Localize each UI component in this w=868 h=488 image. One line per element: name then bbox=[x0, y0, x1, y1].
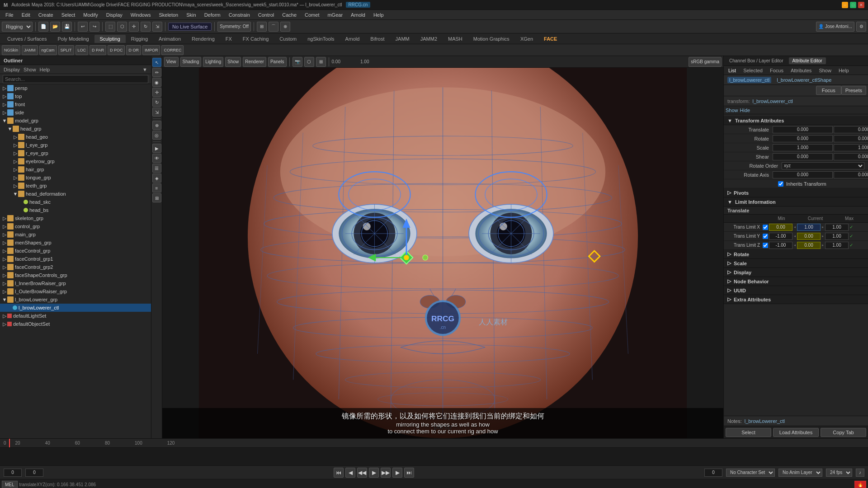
rp-subtab-selected[interactable]: Selected bbox=[741, 67, 765, 74]
no-character-set-select[interactable]: No Character Set bbox=[726, 469, 775, 477]
tab-mash[interactable]: MASH bbox=[443, 35, 468, 43]
tree-item-main-grp[interactable]: ▷ main_grp bbox=[0, 230, 151, 239]
correc-btn[interactable]: CORREC bbox=[161, 45, 184, 55]
mel-btn[interactable]: MEL bbox=[2, 481, 18, 488]
shear-y-input[interactable]: 0.000 bbox=[834, 153, 868, 160]
menu-help[interactable]: Help bbox=[370, 11, 387, 19]
vp-cameras[interactable]: View bbox=[164, 57, 179, 67]
copy-tab-button[interactable]: Copy Tab bbox=[821, 428, 866, 437]
show-tool-btn[interactable]: 👁 bbox=[152, 154, 161, 163]
settings-btn[interactable]: ⚙ bbox=[856, 22, 866, 32]
rotate-order-select[interactable]: xyz yzx zxy xzy yxz zyx bbox=[782, 162, 864, 169]
rotate-axis-x-input[interactable]: 0.000 bbox=[773, 171, 833, 178]
tree-item-leye-grp[interactable]: ▷ l_eye_grp bbox=[0, 141, 151, 149]
node-behavior-header[interactable]: ▷ Node Behavior bbox=[724, 277, 868, 286]
shear-x-input[interactable]: 0.000 bbox=[773, 153, 833, 160]
presets-button[interactable]: Presets bbox=[841, 86, 866, 95]
menu-file[interactable]: File bbox=[2, 11, 17, 19]
scale-tool-btn[interactable]: ⇲ bbox=[152, 108, 161, 117]
tree-item-head-skc[interactable]: head_skc bbox=[0, 198, 151, 206]
display-sec-header[interactable]: ▷ Display bbox=[724, 268, 868, 277]
trans-limit-z-current[interactable]: 0.00 bbox=[797, 242, 821, 249]
tab-face[interactable]: FACE bbox=[538, 35, 562, 43]
tree-item-louterbrowraiser-grp[interactable]: ▷ l_OuterBrowRaiser_grp bbox=[0, 287, 151, 296]
tab-rigging[interactable]: Rigging bbox=[126, 35, 153, 43]
attr-node-btn-1[interactable]: l_browLowerer_ctl bbox=[727, 77, 771, 83]
close-button[interactable]: ✕ bbox=[858, 2, 864, 8]
user-btn[interactable]: 👤 Jose Antoni... bbox=[816, 22, 854, 32]
select-tool-btn[interactable]: ↖ bbox=[152, 58, 161, 67]
rotate-axis-y-input[interactable]: 0.000 bbox=[834, 171, 868, 178]
tree-item-eyebrow-grp[interactable]: ▷ eyebrow_grp bbox=[0, 157, 151, 165]
tab-curves[interactable]: Curves / Surfaces bbox=[2, 35, 52, 43]
tab-sculpting[interactable]: Sculpting bbox=[94, 35, 126, 43]
menu-skin[interactable]: Skin bbox=[183, 11, 199, 19]
tree-item-hair-grp[interactable]: ▷ hair_grp bbox=[0, 165, 151, 174]
lasso-tool[interactable]: ⬡ bbox=[117, 22, 127, 32]
menu-modify[interactable]: Modify bbox=[80, 11, 101, 19]
vp-wire-icon[interactable]: ⊞ bbox=[316, 57, 326, 67]
tab-custom[interactable]: Custom bbox=[274, 35, 302, 43]
rotate-x-input[interactable]: 0.000 bbox=[773, 135, 833, 142]
rp-tab-channelbox[interactable]: Channel Box / Layer Editor bbox=[726, 57, 787, 64]
play-forward-btn[interactable]: ▶▶ bbox=[381, 468, 391, 478]
trans-limit-x-current[interactable]: 1.00 bbox=[797, 224, 821, 231]
pivots-header[interactable]: ▷ Pivots bbox=[724, 188, 868, 197]
tree-item-teeth-grp[interactable]: ▷ teeth_grp bbox=[0, 182, 151, 190]
translate-y-input[interactable]: 0.000 bbox=[834, 126, 868, 133]
tree-item-facecontrol-grp2[interactable]: ▷ faceControl_grp2 bbox=[0, 263, 151, 271]
trans-limit-y-min[interactable]: -1.00 bbox=[769, 233, 793, 240]
tab-motiongraphics[interactable]: Motion Graphics bbox=[468, 35, 515, 43]
move-tool[interactable]: ✛ bbox=[129, 22, 139, 32]
menu-skeleton[interactable]: Skeleton bbox=[155, 11, 182, 19]
inherits-transform-checkbox[interactable] bbox=[778, 181, 783, 187]
outliner-filter-icon[interactable]: ▼ bbox=[142, 67, 147, 72]
show-link[interactable]: Show bbox=[726, 108, 738, 113]
dpoc-btn[interactable]: D POC bbox=[108, 45, 125, 55]
rotate-y-input[interactable]: 0.000 bbox=[834, 135, 868, 142]
rotate-sec-header[interactable]: ▷ Rotate bbox=[724, 250, 868, 259]
new-btn[interactable]: 📄 bbox=[38, 22, 48, 32]
layer-tool-btn[interactable]: ⊞ bbox=[152, 193, 161, 202]
jamm-btn[interactable]: JAMM bbox=[22, 45, 38, 55]
translate-x-input[interactable]: 0.000 bbox=[773, 126, 833, 133]
outliner-tab-show[interactable]: Show bbox=[24, 67, 36, 72]
symmetry-btn[interactable]: Symmetry: Off bbox=[217, 22, 251, 32]
tree-item-control-grp[interactable]: ▷ control_grp bbox=[0, 222, 151, 230]
ngskin-btn[interactable]: NGSkin bbox=[2, 45, 20, 55]
outliner-tool-btn[interactable]: ☰ bbox=[152, 164, 161, 173]
menu-display[interactable]: Display bbox=[103, 11, 126, 19]
tree-item-side[interactable]: ▷ side bbox=[0, 108, 151, 117]
attr-tool-btn[interactable]: ◈ bbox=[152, 174, 161, 183]
current-frame-input[interactable] bbox=[25, 469, 43, 477]
dor-btn[interactable]: D OR bbox=[126, 45, 141, 55]
menu-comet[interactable]: Comet bbox=[301, 11, 323, 19]
tree-item-head-bs[interactable]: head_bs bbox=[0, 206, 151, 214]
tree-item-top[interactable]: ▷ top bbox=[0, 92, 151, 100]
tree-item-tongue-grp[interactable]: ▷ tongue_grp bbox=[0, 174, 151, 182]
snap-grid[interactable]: ⊞ bbox=[257, 22, 267, 32]
skip-start-btn[interactable]: ⏮ bbox=[334, 468, 344, 478]
audio-btn[interactable]: ♪ bbox=[856, 469, 864, 477]
scale-tool[interactable]: ⇲ bbox=[152, 22, 162, 32]
tree-item-head-geo[interactable]: ▷ head_geo bbox=[0, 133, 151, 141]
timeline-ruler[interactable]: 0 20 40 60 80 100 120 bbox=[0, 439, 868, 448]
split-btn[interactable]: SPLIT bbox=[58, 45, 74, 55]
tab-animation[interactable]: Animation bbox=[153, 35, 186, 43]
workspace-dropdown[interactable]: Rigging bbox=[2, 22, 33, 32]
attr-node-btn-2[interactable]: l_browLowerer_ctlShape bbox=[775, 77, 833, 83]
tab-ngskintools[interactable]: ngSkinTools bbox=[302, 35, 340, 43]
snap-curve[interactable]: ⌒ bbox=[269, 22, 278, 32]
tab-arnold[interactable]: Arnold bbox=[340, 35, 365, 43]
timeline-track[interactable] bbox=[0, 448, 868, 465]
tree-item-persp[interactable]: ▷ persp bbox=[0, 84, 151, 92]
snap-point[interactable]: ⊕ bbox=[280, 22, 290, 32]
menu-constrain[interactable]: Constrain bbox=[225, 11, 254, 19]
transform-attrs-header[interactable]: ▼ Transform Attributes bbox=[724, 116, 868, 125]
render-tool-btn[interactable]: ▶ bbox=[152, 144, 161, 153]
outliner-tab-display[interactable]: Display bbox=[4, 67, 20, 72]
loc-btn[interactable]: LOC bbox=[75, 45, 89, 55]
menu-control[interactable]: Control bbox=[255, 11, 278, 19]
rp-subtab-help[interactable]: Help bbox=[836, 67, 852, 74]
trans-limit-y-current[interactable]: 0.00 bbox=[797, 233, 821, 240]
